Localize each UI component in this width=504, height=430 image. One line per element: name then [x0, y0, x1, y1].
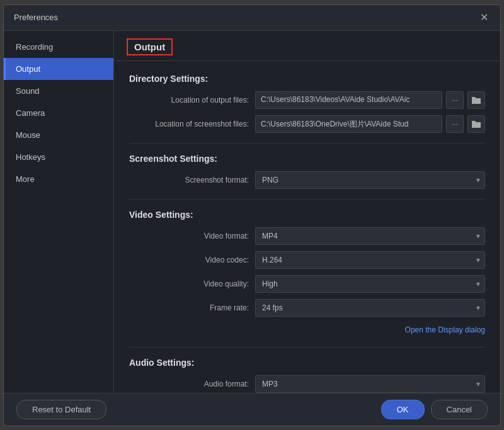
screenshot-location-row: Location of screenshot files: C:\Users\8…: [129, 115, 485, 133]
title-bar: Preferences ✕: [4, 5, 500, 31]
footer: Reset to Default OK Cancel: [4, 393, 500, 426]
audio-section-title: Audio Settings:: [129, 358, 485, 368]
screenshot-format-wrapper: PNG JPG BMP GIF: [255, 171, 485, 189]
content-inner: Directory Settings: Location of output f…: [114, 61, 500, 393]
screenshot-section-title: Screenshot Settings:: [129, 154, 485, 164]
sidebar-item-mouse[interactable]: Mouse: [4, 124, 113, 146]
divider-1: [129, 143, 485, 144]
cancel-button[interactable]: Cancel: [431, 400, 488, 419]
content-area: Output Directory Settings: Location of o…: [114, 31, 500, 393]
video-format-row: Video format: MP4 AVI MOV MKV: [129, 227, 485, 245]
dialog-title: Preferences: [14, 13, 58, 22]
output-location-input[interactable]: C:\Users\86183\Videos\AVAide Studio\AVAi…: [255, 91, 442, 109]
screenshot-format-label: Screenshot format:: [129, 176, 255, 184]
preferences-dialog: Preferences ✕ Recording Output Sound Cam…: [3, 4, 501, 426]
page-header: Output: [114, 31, 500, 61]
reset-button[interactable]: Reset to Default: [16, 400, 106, 419]
frame-rate-label: Frame rate:: [129, 303, 255, 312]
screenshot-format-select[interactable]: PNG JPG BMP GIF: [255, 171, 485, 189]
frame-rate-select[interactable]: 24 fps 30 fps 60 fps 120 fps: [255, 299, 485, 317]
sidebar-item-recording[interactable]: Recording: [4, 36, 113, 58]
divider-3: [129, 347, 485, 348]
sidebar-item-camera[interactable]: Camera: [4, 102, 113, 124]
display-dialog-link[interactable]: Open the Display dialog: [129, 323, 485, 337]
divider-2: [129, 199, 485, 200]
audio-format-control: MP3 AAC WAV FLAC: [255, 375, 485, 393]
audio-format-label: Audio format:: [129, 380, 255, 388]
output-location-row: Location of output files: C:\Users\86183…: [129, 91, 485, 109]
video-codec-label: Video codec:: [129, 256, 255, 264]
close-button[interactable]: ✕: [478, 11, 490, 24]
screenshot-format-row: Screenshot format: PNG JPG BMP GIF: [129, 171, 485, 189]
video-quality-row: Video quality: High Medium Low Lossless: [129, 275, 485, 293]
output-dots-button[interactable]: ···: [446, 91, 464, 109]
video-quality-select[interactable]: High Medium Low Lossless: [255, 275, 485, 293]
output-folder-button[interactable]: [467, 91, 485, 109]
video-quality-wrapper: High Medium Low Lossless: [255, 275, 485, 293]
video-format-label: Video format:: [129, 232, 255, 240]
screenshot-format-control: PNG JPG BMP GIF: [255, 171, 485, 189]
audio-format-row: Audio format: MP3 AAC WAV FLAC: [129, 375, 485, 393]
sidebar-item-sound[interactable]: Sound: [4, 80, 113, 102]
sidebar-item-more[interactable]: More: [4, 168, 113, 190]
directory-section-title: Directory Settings:: [129, 74, 485, 84]
video-format-select[interactable]: MP4 AVI MOV MKV: [255, 227, 485, 245]
frame-rate-row: Frame rate: 24 fps 30 fps 60 fps 120 fps: [129, 299, 485, 317]
screenshot-location-control: C:\Users\86183\OneDrive\图片\AVAide Stud ·…: [255, 115, 485, 133]
video-format-control: MP4 AVI MOV MKV: [255, 227, 485, 245]
video-format-wrapper: MP4 AVI MOV MKV: [255, 227, 485, 245]
video-codec-control: H.264 H.265 MPEG-4 VP8: [255, 251, 485, 269]
ok-button[interactable]: OK: [381, 400, 425, 419]
video-codec-wrapper: H.264 H.265 MPEG-4 VP8: [255, 251, 485, 269]
output-location-label: Location of output files:: [129, 96, 255, 105]
sidebar-item-hotkeys[interactable]: Hotkeys: [4, 146, 113, 168]
screenshot-location-input[interactable]: C:\Users\86183\OneDrive\图片\AVAide Stud: [255, 115, 442, 133]
sidebar: Recording Output Sound Camera Mouse Hotk…: [4, 31, 114, 393]
video-quality-control: High Medium Low Lossless: [255, 275, 485, 293]
frame-rate-control: 24 fps 30 fps 60 fps 120 fps: [255, 299, 485, 317]
frame-rate-wrapper: 24 fps 30 fps 60 fps 120 fps: [255, 299, 485, 317]
output-location-control: C:\Users\86183\Videos\AVAide Studio\AVAi…: [255, 91, 485, 109]
sidebar-item-output[interactable]: Output: [4, 58, 113, 80]
footer-right: OK Cancel: [381, 400, 488, 419]
audio-format-wrapper: MP3 AAC WAV FLAC: [255, 375, 485, 393]
screenshot-location-label: Location of screenshot files:: [129, 120, 255, 128]
screenshot-dots-button[interactable]: ···: [446, 115, 464, 133]
main-content: Recording Output Sound Camera Mouse Hotk…: [4, 31, 500, 393]
video-quality-label: Video quality:: [129, 280, 255, 288]
screenshot-folder-button[interactable]: [467, 115, 485, 133]
video-codec-select[interactable]: H.264 H.265 MPEG-4 VP8: [255, 251, 485, 269]
video-codec-row: Video codec: H.264 H.265 MPEG-4 VP8: [129, 251, 485, 269]
video-section-title: Video Settings:: [129, 210, 485, 220]
audio-format-select[interactable]: MP3 AAC WAV FLAC: [255, 375, 485, 393]
page-title: Output: [127, 38, 173, 55]
